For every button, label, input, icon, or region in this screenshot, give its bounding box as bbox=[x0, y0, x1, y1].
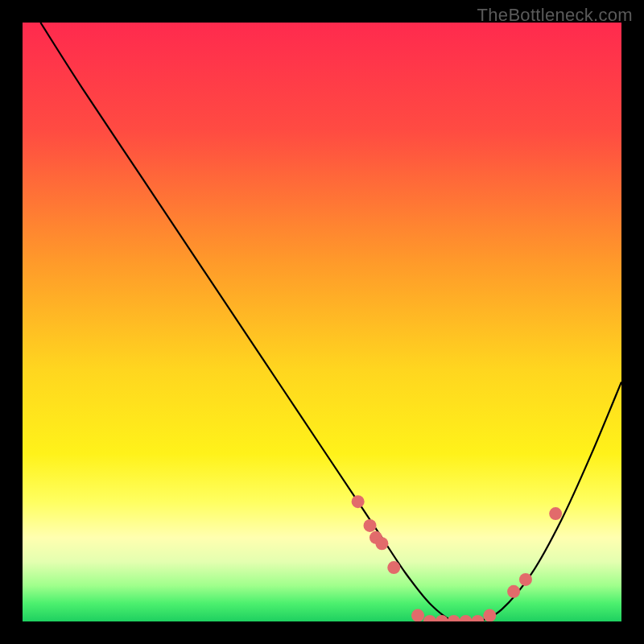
data-marker bbox=[507, 585, 520, 598]
data-marker bbox=[549, 507, 562, 520]
data-marker bbox=[375, 537, 388, 550]
chart-frame: TheBottleneck.com bbox=[0, 0, 644, 644]
plot-area bbox=[23, 23, 621, 621]
data-marker bbox=[519, 573, 532, 586]
data-marker bbox=[483, 609, 496, 621]
data-marker bbox=[364, 519, 377, 532]
data-marker bbox=[352, 495, 365, 508]
watermark-text: TheBottleneck.com bbox=[477, 5, 633, 26]
chart-background bbox=[23, 23, 621, 621]
data-marker bbox=[387, 561, 400, 574]
bottleneck-chart-svg bbox=[23, 23, 621, 621]
data-marker bbox=[411, 609, 424, 621]
